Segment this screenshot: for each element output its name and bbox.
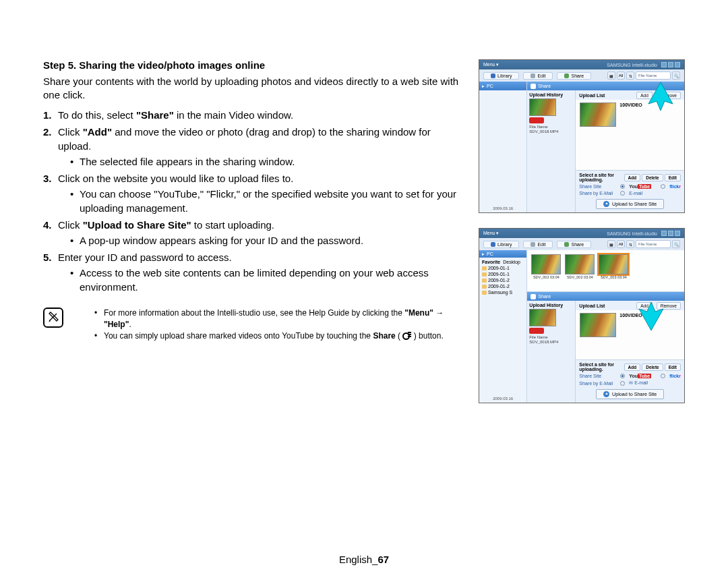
share-site-label: Share Site: [579, 184, 616, 189]
note-1: For more information about the Intelli-s…: [94, 308, 460, 331]
upload-thumbnail: [580, 313, 616, 337]
folder-item[interactable]: Samsung S: [482, 290, 524, 295]
date-label: 2009.03.16: [479, 206, 526, 212]
share-icon: [402, 332, 411, 339]
share-email-label: Share by E-Mail: [579, 381, 616, 386]
site-select-label: Select a site for uploading.: [579, 362, 624, 372]
share-site-label: Share Site: [579, 374, 616, 378]
step-4: Click "Upload to Share Site" to start up…: [43, 218, 460, 247]
tab-edit[interactable]: Edit: [523, 241, 553, 248]
upload-list-label: Upload List: [579, 303, 605, 308]
youtube-badge-icon: [529, 328, 544, 334]
manual-page: Step 5. Sharing the video/photo images o…: [0, 0, 728, 584]
note-2: You can simply upload share marked video…: [94, 330, 460, 342]
step-2-sub: The selected file appears in the sharing…: [70, 154, 460, 169]
note-box: For more information about the Intelli-s…: [43, 308, 460, 343]
instruction-column: Step 5. Sharing the video/photo images o…: [43, 59, 460, 403]
upload-list-viewport: 100VIDEO: [576, 310, 684, 359]
folder-icon: [482, 285, 487, 289]
upload-history: Upload History File NameSDV_0018.MP4: [527, 301, 576, 403]
tab-share[interactable]: Share: [557, 72, 591, 80]
step-1: To do this, select "Share" in the main V…: [43, 108, 460, 122]
share-email-label: Share by E-Mail: [579, 191, 616, 196]
history-thumbnail[interactable]: [529, 309, 556, 326]
titlebar: Menu ▾ SAMSUNG Intelli-studio: [479, 229, 684, 238]
upload-to-share-site-button[interactable]: Upload to Share Site: [596, 389, 664, 399]
step-5: Enter your ID and password to access. Ac…: [43, 250, 460, 294]
flickr-label: flickr: [669, 184, 681, 189]
site-add-button[interactable]: Add: [624, 363, 641, 371]
upload-list-viewport: 100VIDEO: [576, 100, 684, 170]
folder-item[interactable]: 2009-01-2: [482, 284, 524, 289]
app-screenshot-1: Menu ▾ SAMSUNG Intelli-studio Library Ed…: [479, 59, 685, 213]
site-edit-button[interactable]: Edit: [665, 174, 681, 181]
sort-icon[interactable]: ⇅: [626, 71, 634, 80]
upload-thumbnail: [580, 103, 616, 127]
upload-icon: [603, 391, 609, 397]
tab-edit[interactable]: Edit: [523, 72, 553, 80]
search-icon[interactable]: 🔍: [672, 240, 680, 248]
step-3-sub: You can choose "YouTube," "Flickr," or t…: [70, 187, 460, 215]
flickr-radio[interactable]: [661, 374, 665, 378]
search-input[interactable]: File Name: [636, 240, 671, 248]
step-list: To do this, select "Share" in the main V…: [43, 108, 460, 294]
history-thumbnail[interactable]: [529, 98, 556, 116]
edit-icon: [530, 242, 535, 247]
pc-header[interactable]: ▸PC: [479, 82, 526, 90]
site-delete-button[interactable]: Delete: [642, 363, 663, 371]
maximize-icon[interactable]: [668, 62, 673, 67]
email-label: ✉ E-mail: [629, 380, 648, 386]
minimize-icon[interactable]: [661, 231, 667, 236]
search-icon[interactable]: 🔍: [672, 71, 680, 80]
site-add-button[interactable]: Add: [624, 174, 641, 181]
tab-library[interactable]: Library: [483, 72, 519, 80]
edit-icon: [530, 74, 535, 78]
left-pane: ▸PC FavoriteDesktop 2009-01-1 2009-01-1 …: [479, 250, 527, 403]
close-icon[interactable]: [675, 231, 680, 236]
tab-library[interactable]: Library: [483, 241, 519, 248]
site-edit-button[interactable]: Edit: [665, 363, 681, 371]
sort-icon[interactable]: ⇅: [626, 240, 634, 248]
thumb[interactable]: SDV_002 03:04: [565, 254, 595, 279]
filmstrip: SDV_002 03:04 SDV_002 03:04 SDV_003 03:0…: [527, 250, 684, 292]
app-brand: SAMSUNG Intelli-studio: [607, 231, 657, 236]
flickr-label: flickr: [669, 374, 681, 378]
email-radio[interactable]: [620, 191, 625, 196]
close-icon[interactable]: [675, 62, 680, 67]
view-grid-icon[interactable]: ▦: [607, 71, 615, 80]
share-panel-icon: [530, 84, 536, 89]
youtube-radio[interactable]: [620, 184, 625, 189]
youtube-radio[interactable]: [620, 374, 625, 378]
flickr-radio[interactable]: [661, 184, 665, 189]
upload-history: Upload History File NameSDV_0018.MP4: [527, 90, 576, 212]
maximize-icon[interactable]: [668, 231, 673, 236]
search-input[interactable]: File Name: [636, 71, 671, 80]
upload-list-label: Upload List: [579, 93, 605, 98]
youtube-badge-icon: [529, 117, 544, 123]
folder-icon: [482, 291, 487, 295]
menu-button[interactable]: Menu ▾: [483, 231, 499, 236]
share-tab-icon: [564, 242, 569, 247]
site-delete-button[interactable]: Delete: [642, 174, 663, 181]
folder-item[interactable]: 2009-01-1: [482, 272, 524, 276]
menu-button[interactable]: Menu ▾: [483, 62, 499, 67]
filter-all-button[interactable]: All: [617, 71, 625, 80]
upload-to-share-site-button[interactable]: Upload to Share Site: [596, 199, 664, 209]
folder-item[interactable]: 2009-01-1: [482, 266, 524, 270]
thumb[interactable]: SDV_002 03:04: [531, 254, 561, 279]
email-radio[interactable]: [620, 381, 625, 386]
tab-share[interactable]: Share: [557, 241, 591, 248]
titlebar: Menu ▾ SAMSUNG Intelli-studio: [479, 60, 684, 69]
folder-icon: [482, 272, 487, 276]
filter-all-button[interactable]: All: [617, 240, 625, 248]
minimize-icon[interactable]: [661, 62, 667, 67]
thumb-selected[interactable]: SDV_003 03:04: [599, 254, 628, 279]
share-section-header: Share: [527, 292, 684, 301]
upload-icon: [603, 201, 609, 207]
youtube-label: YouTube: [629, 374, 651, 378]
pc-header[interactable]: ▸PC: [479, 250, 526, 258]
view-grid-icon[interactable]: ▦: [607, 240, 615, 248]
note-icon: [43, 308, 63, 328]
folder-item[interactable]: 2009-01-2: [482, 278, 524, 283]
folder-icon: [482, 279, 487, 283]
